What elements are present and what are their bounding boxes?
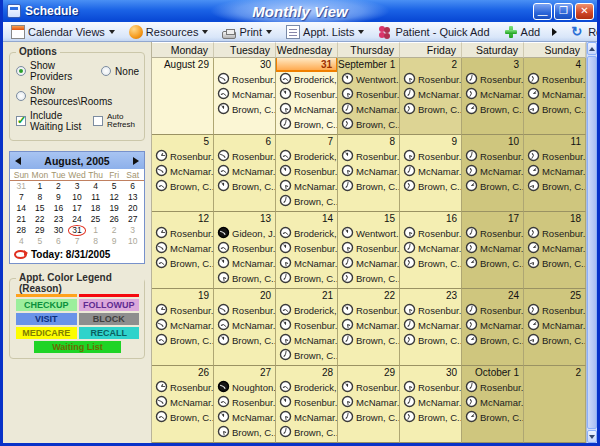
appointment-item[interactable]: Brown, C... bbox=[462, 256, 523, 271]
mini-calendar-date[interactable]: 1 bbox=[86, 225, 105, 236]
appointment-item[interactable]: Brown, C... bbox=[276, 348, 337, 363]
appointment-item[interactable]: McNamar... bbox=[152, 241, 213, 256]
appointment-item[interactable]: McNamar... bbox=[338, 102, 399, 117]
appointment-item[interactable]: Brown, C... bbox=[338, 117, 399, 132]
maximize-button[interactable]: ❐ bbox=[554, 3, 573, 20]
mini-calendar-date[interactable]: 5 bbox=[31, 236, 50, 247]
appointment-item[interactable]: McNamar... bbox=[214, 256, 275, 271]
mini-calendar-date[interactable]: 5 bbox=[105, 181, 124, 192]
appointment-item[interactable]: Brown, C... bbox=[462, 333, 523, 348]
auto-refresh-checkbox[interactable] bbox=[93, 116, 103, 126]
appointment-item[interactable]: Wentwort... bbox=[338, 72, 399, 87]
calendar-cell[interactable]: 16Rosenbur...McNamar...Brown, C... bbox=[400, 212, 462, 289]
mini-calendar-date[interactable]: 15 bbox=[31, 203, 50, 214]
appointment-item[interactable]: McNamar... bbox=[276, 256, 337, 271]
calendar-cell-today[interactable]: 31Broderick,...Rosenbur...McNamar...Brow… bbox=[276, 58, 338, 135]
appointment-item[interactable]: Rosenbur... bbox=[276, 241, 337, 256]
appointment-item[interactable]: Brown, C... bbox=[338, 410, 399, 425]
appointment-item[interactable]: Brown, C... bbox=[152, 410, 213, 425]
appointment-item[interactable]: Brown, C... bbox=[524, 102, 585, 117]
mini-calendar-date[interactable]: 7 bbox=[68, 236, 87, 247]
calendar-cell[interactable]: September 1Wentwort...Rosenbur...McNamar… bbox=[338, 58, 400, 135]
appointment-item[interactable]: McNamar... bbox=[276, 102, 337, 117]
appointment-item[interactable]: Brown, C... bbox=[152, 256, 213, 271]
appointment-item[interactable]: Brown, C... bbox=[400, 333, 461, 348]
appointment-item[interactable]: Rosenbur... bbox=[524, 72, 585, 87]
appointment-item[interactable]: Rosenbur... bbox=[214, 241, 275, 256]
calendar-cell[interactable]: 9Rosenbur...McNamar...Brown, C... bbox=[400, 135, 462, 212]
appointment-item[interactable]: Rosenbur... bbox=[338, 87, 399, 102]
mini-calendar-date[interactable]: 6 bbox=[49, 236, 68, 247]
appointment-item[interactable]: Rosenbur... bbox=[338, 380, 399, 395]
toolbar-button-patient-quick-add[interactable]: Patient - Quick Add bbox=[372, 23, 495, 41]
mini-calendar-date[interactable]: 1 bbox=[31, 181, 50, 192]
appointment-item[interactable]: Rosenbur... bbox=[152, 380, 213, 395]
appointment-item[interactable]: Brown, C... bbox=[214, 271, 275, 286]
calendar-cell[interactable]: 2 bbox=[524, 366, 586, 443]
appointment-item[interactable]: Rosenbur... bbox=[524, 303, 585, 318]
appointment-item[interactable]: Rosenbur... bbox=[400, 149, 461, 164]
appointment-item[interactable]: Rosenbur... bbox=[400, 72, 461, 87]
none-radio[interactable] bbox=[101, 66, 111, 76]
mini-calendar-date[interactable]: 3 bbox=[68, 181, 87, 192]
appointment-item[interactable]: Rosenbur... bbox=[214, 303, 275, 318]
toolbar-button-calendar-views[interactable]: Calendar Views bbox=[5, 23, 121, 41]
mini-calendar-date[interactable]: 29 bbox=[31, 225, 50, 236]
appointment-item[interactable]: Brown, C... bbox=[462, 410, 523, 425]
appointment-item[interactable]: Rosenbur... bbox=[152, 149, 213, 164]
appointment-item[interactable]: Brown, C... bbox=[524, 333, 585, 348]
scroll-down-button[interactable] bbox=[587, 430, 597, 443]
mini-calendar-today-date[interactable]: 31 bbox=[68, 225, 87, 236]
mini-calendar-date[interactable]: 25 bbox=[86, 214, 105, 225]
next-month-button[interactable] bbox=[128, 153, 144, 168]
calendar-cell[interactable]: 3Rosenbur...McNamar...Brown, C... bbox=[462, 58, 524, 135]
appointment-item[interactable]: Brown, C... bbox=[462, 179, 523, 194]
appointment-item[interactable]: Brown, C... bbox=[338, 271, 399, 286]
calendar-cell[interactable]: 24Rosenbur...McNamar...Brown, C... bbox=[462, 289, 524, 366]
calendar-cell[interactable]: 21Broderick,...Rosenbur...McNamar...Brow… bbox=[276, 289, 338, 366]
appointment-item[interactable]: McNamar... bbox=[276, 333, 337, 348]
appointment-item[interactable]: McNamar... bbox=[462, 395, 523, 410]
minimize-button[interactable]: — bbox=[533, 3, 552, 20]
calendar-cell[interactable]: 25Rosenbur...McNamar...Brown, C... bbox=[524, 289, 586, 366]
appointment-item[interactable]: McNamar... bbox=[214, 410, 275, 425]
mini-calendar-date[interactable]: 30 bbox=[49, 225, 68, 236]
scrollbar-thumb[interactable] bbox=[587, 56, 597, 429]
appointment-item[interactable]: Gideon, J... bbox=[214, 226, 275, 241]
mini-calendar-date[interactable]: 20 bbox=[123, 203, 142, 214]
mini-calendar-date[interactable]: 14 bbox=[12, 203, 31, 214]
appointment-item[interactable]: McNamar... bbox=[152, 164, 213, 179]
mini-calendar-date[interactable]: 16 bbox=[49, 203, 68, 214]
appointment-item[interactable]: Rosenbur... bbox=[338, 241, 399, 256]
calendar-cell[interactable]: 5Rosenbur...McNamar...Brown, C... bbox=[152, 135, 214, 212]
appointment-item[interactable]: Wentwort... bbox=[338, 226, 399, 241]
appointment-item[interactable]: McNamar... bbox=[400, 87, 461, 102]
calendar-cell[interactable]: August 29 bbox=[152, 58, 214, 135]
mini-calendar-date[interactable]: 13 bbox=[123, 192, 142, 203]
mini-calendar-date[interactable]: 10 bbox=[68, 192, 87, 203]
show-providers-radio[interactable] bbox=[16, 66, 26, 76]
calendar-cell[interactable]: 2Rosenbur...McNamar...Brown, C... bbox=[400, 58, 462, 135]
appointment-item[interactable]: McNamar... bbox=[276, 179, 337, 194]
scroll-up-button[interactable] bbox=[587, 42, 597, 55]
appointment-item[interactable]: McNamar... bbox=[524, 318, 585, 333]
calendar-cell[interactable]: 7Broderick,...Rosenbur...McNamar...Brown… bbox=[276, 135, 338, 212]
appointment-item[interactable]: McNamar... bbox=[524, 164, 585, 179]
calendar-cell[interactable]: 23Rosenbur...McNamar...Brown, C... bbox=[400, 289, 462, 366]
calendar-cell[interactable]: 8Rosenbur...McNamar...Brown, C... bbox=[338, 135, 400, 212]
appointment-item[interactable]: Brown, C... bbox=[152, 179, 213, 194]
mini-calendar-date[interactable]: 24 bbox=[68, 214, 87, 225]
calendar-cell[interactable]: 6Rosenbur...McNamar...Brown, C... bbox=[214, 135, 276, 212]
appointment-item[interactable]: McNamar... bbox=[462, 87, 523, 102]
mini-calendar-date[interactable]: 4 bbox=[12, 236, 31, 247]
appointment-item[interactable]: Broderick,... bbox=[276, 226, 337, 241]
appointment-item[interactable]: Rosenbur... bbox=[400, 380, 461, 395]
appointment-item[interactable]: Brown, C... bbox=[400, 410, 461, 425]
appointment-item[interactable]: Rosenbur... bbox=[524, 226, 585, 241]
mini-calendar-date[interactable]: 8 bbox=[31, 192, 50, 203]
appointment-item[interactable]: Rosenbur... bbox=[462, 303, 523, 318]
today-row[interactable]: Today: 8/31/2005 bbox=[10, 247, 144, 263]
appointment-item[interactable]: McNamar... bbox=[152, 395, 213, 410]
appointment-item[interactable]: Broderick,... bbox=[276, 303, 337, 318]
mini-calendar-date[interactable]: 8 bbox=[86, 236, 105, 247]
